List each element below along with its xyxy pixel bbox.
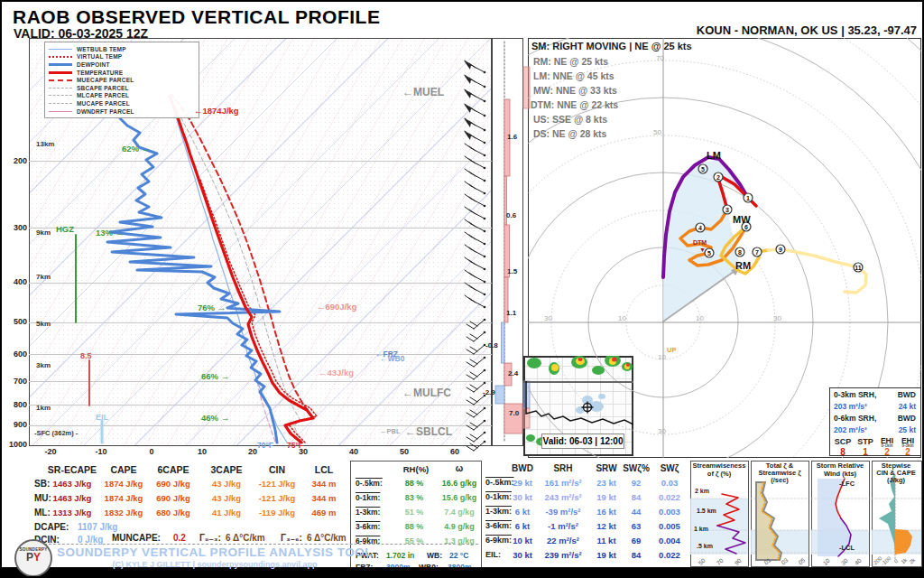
legend-label: MUECAPE PARCEL <box>77 77 134 83</box>
legend-item: TEMPERATURE <box>49 69 195 77</box>
label-43j-kg: ←43J/kg <box>319 368 354 378</box>
label-900: 900 <box>14 421 27 429</box>
label-10: -10 <box>95 448 106 456</box>
advection-strip-panel <box>492 38 523 446</box>
label-469-m: 469 m <box>312 508 337 517</box>
label-8: 8 <box>840 448 845 457</box>
label-0-5km: 0-.5km: <box>356 480 383 488</box>
legend-line-sample <box>49 63 72 66</box>
label-30: 30 <box>544 315 552 322</box>
label-scp: SCP <box>835 438 852 446</box>
legend-label: SBCAPE PARCEL <box>77 85 129 91</box>
legend-item: DWNDRFT PARCEL <box>49 107 195 116</box>
label-11-kt: 11 kt <box>596 536 615 545</box>
label-202-m-s: 202 m²/s² <box>834 426 867 434</box>
label-5-km: .5 km <box>697 543 713 549</box>
label-30: 30 <box>773 315 781 322</box>
label-0-022: 0.022 <box>659 493 680 502</box>
label-7-0: 7.0 <box>509 410 519 417</box>
label-6-kt: 6 kt <box>515 522 530 531</box>
gridline <box>29 322 492 323</box>
label-121-j-kg: -121 J/kg <box>259 494 296 503</box>
label-rh: RH(%) <box>403 465 430 474</box>
gridline <box>29 283 492 284</box>
label-lfc: -LFC <box>839 480 855 488</box>
label-0-6: 0.6 <box>506 212 516 219</box>
label-690j-kg: ←690J/kg <box>317 303 356 312</box>
label-1463-j-kg: 1463 J/kg <box>53 494 92 503</box>
label-92: 92 <box>632 479 642 488</box>
label-0-004: 0.004 <box>659 536 680 545</box>
label-16-kt: 16 kt <box>596 508 616 517</box>
label-20: -20 <box>44 448 56 456</box>
legend-line-sample <box>49 88 72 89</box>
legend-label: DEWPOINT <box>77 61 110 68</box>
label-0-1km: 0-1km: <box>356 494 380 502</box>
label-0-005: 0.005 <box>659 522 680 531</box>
label-1874-j-kg: 1874 J/kg <box>105 494 143 503</box>
label-161-m-s: 161 m²/s² <box>544 479 581 488</box>
sounderpy-analysis-image: RAOB OBSERVED VERTICAL PROFILE VALID: 06… <box>0 0 924 578</box>
label-0-8: -0.8 <box>485 342 498 350</box>
legend-line-sample <box>49 49 72 50</box>
label-600: 600 <box>14 350 27 359</box>
label-bwd: BWD <box>512 464 533 473</box>
label-16-6-g-kg: 16.6 g/kg <box>442 480 477 488</box>
legend-line-sample <box>49 79 72 81</box>
label-stp: STP <box>857 438 873 446</box>
sounderpy-logo: SOUNDERPY PY <box>14 539 52 577</box>
label-62: 62% → <box>122 144 150 154</box>
label-0: 0 <box>149 448 153 456</box>
label-6-kt: 6 kt <box>515 508 530 517</box>
label-19-kt: 19 kt <box>596 493 616 502</box>
label-mulfc: ←MULFC <box>402 387 451 398</box>
label-us-sse-8-kts: US: SSE @ 8 kts <box>533 115 607 125</box>
legend-label: MUCAPE PARCEL <box>77 100 130 107</box>
label-6cape: 6CAPE <box>157 465 189 475</box>
legend-label: MLCAPE PARCEL <box>77 92 129 98</box>
label-muncape: MUNCAPE: <box>112 534 161 543</box>
label-sb: SB: <box>34 480 50 489</box>
label-mw: MW <box>733 215 751 225</box>
label-dtm: DTM <box>693 239 707 246</box>
label-sec: (/sec) <box>771 477 789 484</box>
label-bwd: BWD <box>898 391 916 399</box>
label-50: 50 <box>400 448 409 456</box>
legend-line-sample <box>49 71 72 74</box>
legend-item: WETBULB TEMP <box>49 45 195 53</box>
label-43-j-kg: 43 J/kg <box>212 494 241 503</box>
label-wind-kts: Wind (kts) <box>824 471 856 478</box>
label-0-1km: 0-1km: <box>485 493 512 501</box>
label-10-kt: 10 kt <box>513 536 532 545</box>
label-41-j-kg: 41 J/kg <box>212 508 241 517</box>
label-44: 44 <box>632 508 642 517</box>
label-: Γ₃₋₆: <box>281 534 302 543</box>
label-84: 84 <box>632 551 642 560</box>
label-1-3-g-kg: 1.3 g/kg <box>444 537 475 545</box>
label-1463-j-kg: 1463 J/kg <box>53 480 92 489</box>
label-4-9-g-kg: 4.9 g/kg <box>444 523 475 531</box>
label-12-kt: 12 kt <box>596 522 616 531</box>
label-ds-ne-28-kts: DS: NE @ 28 kts <box>533 129 606 139</box>
legend-item: MUECAPE PARCEL <box>49 76 195 84</box>
label-50: 50 <box>653 129 661 136</box>
label-lcl: LCL <box>315 465 333 475</box>
label-: ω <box>456 464 463 473</box>
label-0-6km-srh: 0-6km SRH, <box>834 415 876 423</box>
label-30: 30 <box>658 428 666 435</box>
label-1313-j-kg: 1313 J/kg <box>53 508 92 517</box>
label-6-9km: 6-9km: <box>356 537 380 545</box>
label-22-m-s: 22 m²/s² <box>547 536 579 545</box>
label-239-m-s: 239 m²/s² <box>544 551 581 560</box>
label-13: 13% → <box>96 228 124 238</box>
legend-item: VIRTUAL TEMP <box>49 53 195 61</box>
label-0-j-kg: 0 J/kg <box>78 536 103 545</box>
label-dtm-nne-22-kts: DTM: NNE @ 22 kts <box>531 100 618 110</box>
label-1-6: 1.6 <box>507 134 517 141</box>
legend-line-sample <box>49 111 72 112</box>
label-6-c-km: 6 Δ°C/km <box>226 534 265 543</box>
label-66: 66% → <box>201 372 229 381</box>
label-0-3km-srh: 0-3km SRH, <box>834 391 876 399</box>
label-bwd: BWD <box>898 415 916 423</box>
label-1-5-km: 1.5 km <box>697 508 716 514</box>
